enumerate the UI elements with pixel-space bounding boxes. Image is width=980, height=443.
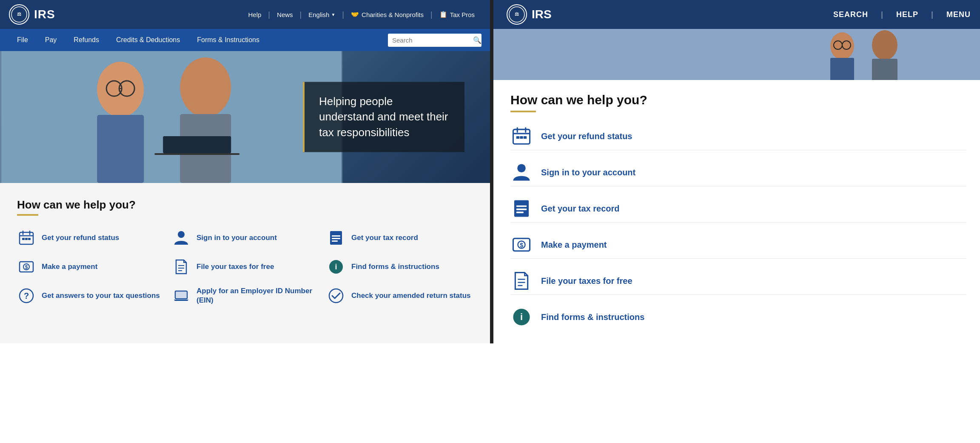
mobile-file-lines-icon (510, 270, 533, 292)
help-item-find-forms[interactable]: i Find forms & instructions (327, 257, 473, 276)
help-label-sign-in: Sign in to your account (197, 233, 277, 243)
mobile-help-label-refund-status: Get your refund status (541, 131, 632, 142)
svg-point-4 (97, 62, 144, 117)
svg-rect-3 (1, 51, 342, 183)
nav-pay[interactable]: Pay (37, 29, 66, 51)
mobile-dollar-icon: $ (510, 234, 533, 256)
search-button[interactable]: 🔍 (473, 36, 481, 44)
help-label-make-payment: Make a payment (42, 262, 97, 272)
svg-rect-23 (332, 238, 340, 239)
svg-rect-58 (516, 209, 527, 210)
mobile-nav-search[interactable]: SEARCH (833, 10, 868, 19)
svg-rect-11 (154, 153, 239, 155)
help-item-refund-status[interactable]: Get your refund status (17, 229, 163, 247)
mobile-help-title: How can we help you? (510, 93, 966, 107)
help-item-file-free[interactable]: File your taxes for free (172, 257, 318, 276)
mobile-nav-links: SEARCH | HELP | MENU (833, 10, 971, 19)
charities-icon: 🤝 (351, 11, 359, 18)
nav-file[interactable]: File (9, 29, 37, 51)
search-input[interactable] (392, 37, 473, 44)
panel-divider (490, 0, 493, 343)
svg-point-9 (180, 57, 231, 117)
mobile-help-label-tax-record: Get your tax record (541, 203, 620, 214)
mobile-help-list: Get your refund status Sign in to your a… (510, 125, 966, 331)
irs-logo-icon: ⚖ (9, 4, 30, 25)
mobile-help-item-tax-record[interactable]: Get your tax record (510, 197, 966, 223)
nav-help[interactable]: Help (242, 11, 268, 18)
mobile-info-circle-icon: i (510, 306, 533, 328)
help-title-underline (17, 214, 38, 216)
mobile-help-item-file-free[interactable]: File your taxes for free (510, 270, 966, 295)
mobile-help-label-sign-in: Sign in to your account (541, 167, 635, 178)
mobile-irs-logo-icon: ⚖ (506, 4, 527, 25)
nav-language[interactable]: English ▼ (302, 11, 342, 18)
svg-rect-43 (830, 58, 854, 80)
nav-news[interactable]: News (270, 11, 300, 18)
mobile-help-item-refund-status[interactable]: Get your refund status (510, 125, 966, 150)
help-section-title: How can we help you? (17, 198, 473, 211)
mobile-nav-menu[interactable]: MENU (946, 10, 971, 19)
svg-rect-36 (176, 292, 186, 298)
svg-text:$: $ (25, 264, 28, 270)
chevron-down-icon: ▼ (331, 12, 335, 17)
tax-pros-icon: 📋 (439, 11, 447, 18)
nav-credits[interactable]: Credits & Deductions (108, 29, 188, 51)
svg-rect-41 (493, 29, 980, 80)
nav-refunds[interactable]: Refunds (65, 29, 108, 51)
mobile-calendar-icon (510, 125, 533, 147)
help-item-make-payment[interactable]: $ Make a payment (17, 257, 163, 276)
hero-tagline: Helping people understand and meet their… (319, 95, 448, 139)
svg-text:⚖: ⚖ (17, 11, 21, 17)
mobile-help-item-sign-in[interactable]: Sign in to your account (510, 161, 966, 186)
mobile-topbar: ⚖ IRS SEARCH | HELP | MENU (493, 0, 980, 29)
svg-text:i: i (335, 263, 337, 271)
svg-rect-19 (28, 238, 31, 240)
top-nav: ⚖ IRS Help | News | English ▼ | 🤝 Charit… (0, 0, 490, 29)
help-item-amended[interactable]: Check your amended return status (327, 286, 473, 305)
right-panel: ⚖ IRS SEARCH | HELP | MENU (493, 0, 980, 343)
help-grid: Get your refund status Sign in to your a… (17, 229, 473, 305)
help-item-ein[interactable]: Apply for an Employer ID Number (EIN) (172, 286, 318, 305)
help-label-tax-questions: Get answers to your tax questions (42, 291, 160, 300)
mobile-help-item-find-forms[interactable]: i Find forms & instructions (510, 306, 966, 331)
svg-rect-12 (163, 136, 231, 153)
svg-point-20 (178, 231, 185, 238)
svg-rect-18 (25, 238, 28, 240)
svg-rect-57 (516, 206, 527, 207)
mobile-help-underline (510, 111, 536, 112)
help-label-amended: Check your amended return status (351, 291, 471, 300)
svg-text:$: $ (520, 242, 523, 249)
svg-point-46 (872, 30, 897, 60)
svg-rect-17 (22, 238, 25, 240)
question-circle-icon: ? (17, 286, 36, 305)
laptop-icon (172, 286, 191, 305)
mobile-hero-svg (493, 29, 980, 80)
mobile-help-label-file-free: File your taxes for free (541, 275, 632, 286)
irs-logo-text: IRS (34, 8, 55, 21)
calendar-icon (17, 229, 36, 247)
mobile-hero (493, 29, 980, 80)
mobile-logo-area[interactable]: ⚖ IRS (506, 4, 552, 25)
nav-tax-pros[interactable]: 📋 Tax Pros (433, 11, 481, 18)
mobile-help-section: How can we help you? Get your refund sta… (493, 80, 980, 343)
nav-forms[interactable]: Forms & Instructions (188, 29, 268, 51)
help-item-sign-in[interactable]: Sign in to your account (172, 229, 318, 247)
hero-people-svg (0, 51, 343, 183)
svg-rect-5 (97, 115, 144, 183)
mobile-nav-help[interactable]: HELP (896, 10, 918, 19)
mobile-help-item-make-payment[interactable]: $ Make a payment (510, 234, 966, 259)
help-item-tax-record[interactable]: Get your tax record (327, 229, 473, 247)
nav-charities[interactable]: 🤝 Charities & Nonprofits (344, 11, 430, 18)
search-box[interactable]: 🔍 (388, 34, 481, 47)
svg-rect-22 (332, 235, 340, 237)
help-label-ein: Apply for an Employer ID Number (EIN) (197, 286, 318, 305)
help-label-refund-status: Get your refund status (42, 233, 119, 243)
dollar-icon: $ (17, 257, 36, 276)
svg-rect-52 (516, 136, 519, 139)
info-circle-icon: i (327, 257, 345, 276)
mobile-document-icon (510, 197, 533, 220)
svg-rect-53 (520, 136, 523, 139)
svg-text:⚖: ⚖ (515, 11, 519, 17)
help-item-tax-questions[interactable]: ? Get answers to your tax questions (17, 286, 163, 305)
logo-area[interactable]: ⚖ IRS (9, 4, 55, 25)
